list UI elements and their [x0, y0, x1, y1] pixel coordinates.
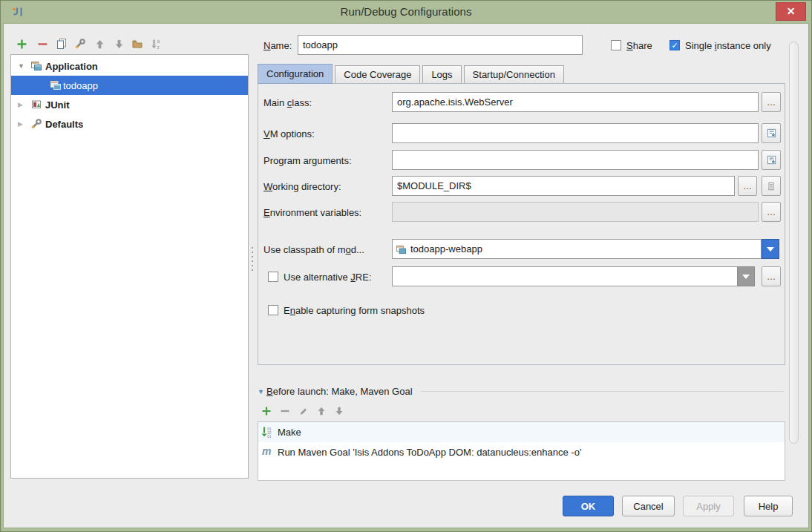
- close-button[interactable]: ✕: [776, 2, 806, 21]
- collapsed-arrow-icon[interactable]: ▶: [18, 101, 23, 108]
- alternative-jre-browse-button[interactable]: …: [762, 266, 781, 286]
- environment-variables-input: [392, 202, 759, 222]
- before-launch-add-button[interactable]: [260, 404, 273, 418]
- classpath-module-label: Use classpath of mod...: [263, 244, 364, 255]
- configurations-tree: ▼ Application todoapp: [10, 54, 249, 479]
- panel-splitter[interactable]: [249, 54, 256, 479]
- before-launch-edit-button[interactable]: [297, 404, 310, 418]
- remove-configuration-button[interactable]: [36, 37, 49, 50]
- macro-list-icon: [766, 181, 776, 191]
- chevron-down-icon: [767, 247, 774, 252]
- help-button[interactable]: Help: [744, 496, 793, 516]
- close-icon: ✕: [787, 0, 796, 23]
- titlebar: Run/Debug Configurations ✕: [0, 0, 812, 23]
- vm-options-input[interactable]: [392, 123, 759, 143]
- settings-wrench-icon: [30, 118, 42, 130]
- form-snapshots-label: Enable capturing form snapshots: [284, 305, 425, 316]
- alternative-jre-label: Use alternative JRE:: [284, 272, 372, 283]
- form-snapshots-checkbox[interactable]: [268, 305, 278, 315]
- environment-variables-browse-button[interactable]: …: [762, 202, 781, 222]
- cancel-button[interactable]: Cancel: [622, 496, 675, 516]
- expanded-arrow-icon[interactable]: ▼: [18, 62, 24, 70]
- browse-dots-icon: …: [767, 97, 776, 108]
- intellij-logo-icon: [12, 5, 25, 19]
- before-launch-collapse-icon[interactable]: ▼: [258, 388, 264, 395]
- before-launch-move-up-button[interactable]: [315, 404, 328, 418]
- share-label: Share: [626, 40, 652, 51]
- tree-item-todoapp[interactable]: todoapp: [11, 76, 248, 95]
- before-launch-remove-button[interactable]: [278, 404, 292, 418]
- tab-logs[interactable]: Logs: [422, 65, 461, 84]
- tree-item-label: Defaults: [45, 119, 83, 130]
- name-input[interactable]: todoapp: [298, 35, 583, 55]
- single-instance-checkbox[interactable]: ✓: [669, 40, 680, 50]
- main-class-label: Main class:: [263, 97, 312, 108]
- tree-item-label: todoapp: [63, 80, 98, 91]
- before-launch-item-make[interactable]: 01 10 01 Make: [258, 422, 785, 442]
- tree-item-application[interactable]: ▼ Application: [11, 56, 248, 76]
- main-class-input[interactable]: org.apache.isis.WebServer: [392, 92, 759, 112]
- make-icon: 01 10 01: [261, 426, 273, 438]
- before-launch-item-maven-goal[interactable]: m Run Maven Goal 'Isis Addons ToDoApp DO…: [258, 442, 785, 462]
- application-icon: [50, 79, 62, 91]
- insert-macro-button[interactable]: [762, 176, 781, 196]
- before-launch-move-down-button[interactable]: [333, 404, 346, 418]
- before-launch-separator: [421, 391, 784, 392]
- working-directory-label: Working directory:: [263, 181, 341, 192]
- tab-startup-connection[interactable]: Startup/Connection: [464, 65, 564, 84]
- tree-item-defaults[interactable]: ▶ Defaults: [11, 114, 248, 134]
- maven-icon: m: [262, 445, 271, 457]
- program-arguments-input[interactable]: [392, 150, 759, 170]
- sort-configurations-button[interactable]: a z: [150, 37, 163, 50]
- program-arguments-label: Program arguments:: [263, 155, 352, 166]
- tab-configuration[interactable]: Configuration: [258, 64, 333, 84]
- window-title: Run/Debug Configurations: [341, 5, 472, 18]
- add-configuration-button[interactable]: [15, 37, 28, 50]
- tree-item-junit[interactable]: ▶ JUnit: [11, 95, 248, 114]
- new-folder-button[interactable]: [131, 37, 144, 50]
- working-directory-browse-button[interactable]: …: [738, 176, 757, 196]
- single-instance-label: Single instance only: [685, 40, 771, 51]
- chevron-down-icon: [742, 275, 750, 279]
- run-debug-configurations-dialog: Run/Debug Configurations ✕: [0, 0, 812, 532]
- vm-options-expand-button[interactable]: [762, 123, 781, 143]
- name-label: Name:: [263, 40, 292, 51]
- svg-text:a: a: [157, 39, 160, 44]
- browse-dots-icon: …: [743, 181, 752, 191]
- module-icon: [396, 244, 407, 255]
- environment-variables-label: Environment variables:: [263, 207, 361, 218]
- classpath-module-combobox[interactable]: todoapp-webapp: [392, 239, 762, 259]
- alternative-jre-dropdown-button[interactable]: [737, 266, 755, 286]
- splitter-grip-icon: [251, 246, 254, 271]
- program-arguments-expand-button[interactable]: [762, 150, 781, 170]
- before-launch-list: 01 10 01 Make m Run Maven Goal 'Isis Add…: [258, 421, 785, 481]
- move-down-button[interactable]: [112, 37, 125, 50]
- copy-configuration-button[interactable]: [55, 37, 68, 50]
- main-class-browse-button[interactable]: …: [762, 92, 781, 112]
- alternative-jre-combobox[interactable]: [392, 266, 738, 286]
- tree-item-label: Application: [45, 61, 98, 72]
- tree-item-label: JUnit: [45, 99, 70, 111]
- browse-dots-icon: …: [767, 207, 776, 217]
- check-icon: ✓: [671, 41, 678, 50]
- before-launch-item-label: Run Maven Goal 'Isis Addons ToDoApp DOM:…: [278, 447, 581, 458]
- apply-button: Apply: [683, 496, 734, 516]
- share-checkbox[interactable]: [611, 40, 621, 50]
- classpath-module-dropdown-button[interactable]: [762, 239, 779, 259]
- working-directory-input[interactable]: $MODULE_DIR$: [392, 176, 735, 196]
- junit-icon: [30, 99, 42, 111]
- tab-code-coverage[interactable]: Code Coverage: [335, 65, 420, 84]
- vertical-scrollbar[interactable]: [789, 42, 799, 444]
- svg-text:z: z: [157, 45, 160, 50]
- application-icon: [30, 60, 42, 72]
- expand-editor-icon: [766, 128, 777, 139]
- settings-tabs: Configuration Code Coverage Logs Startup…: [258, 65, 566, 84]
- collapsed-arrow-icon[interactable]: ▶: [18, 120, 23, 128]
- move-up-button[interactable]: [93, 37, 106, 50]
- before-launch-header: Before launch: Make, Maven Goal: [266, 386, 413, 397]
- browse-dots-icon: …: [767, 272, 776, 282]
- alternative-jre-checkbox[interactable]: [268, 272, 278, 282]
- edit-defaults-button[interactable]: [73, 37, 87, 50]
- before-launch-item-label: Make: [278, 427, 301, 438]
- ok-button[interactable]: OK: [563, 496, 614, 516]
